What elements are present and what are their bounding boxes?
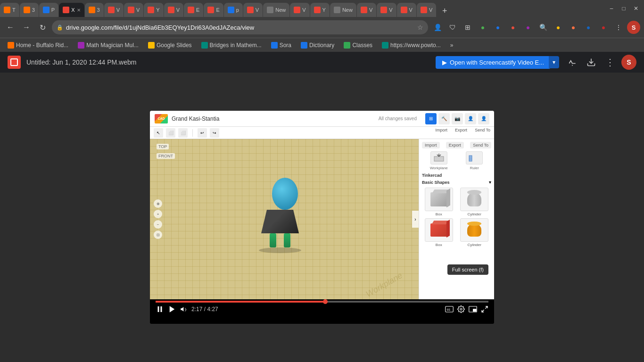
- viewport-right-chevron[interactable]: ›: [412, 211, 419, 228]
- tc-tool-redo[interactable]: ↪: [210, 128, 219, 138]
- tc-tool-select[interactable]: ↖: [154, 128, 163, 138]
- tab-t10[interactable]: E: [184, 3, 203, 17]
- ext9-icon[interactable]: ●: [597, 21, 610, 34]
- extensions-icon[interactable]: ⊞: [461, 21, 474, 34]
- tab-t13[interactable]: V: [243, 3, 263, 17]
- address-bar[interactable]: 🔒 drive.google.com/file/d/1ujNdBia6Eb3EQ…: [52, 20, 428, 34]
- volume-button[interactable]: [180, 305, 188, 313]
- workplane-icon[interactable]: [430, 151, 447, 165]
- tinkercad-grid-icon[interactable]: ⊞: [425, 113, 437, 124]
- settings-button[interactable]: [457, 305, 465, 313]
- ext7-icon[interactable]: ●: [567, 21, 580, 34]
- export-button[interactable]: Export: [451, 127, 471, 133]
- minimize-button[interactable]: –: [605, 2, 618, 15]
- ext4-icon[interactable]: ●: [521, 21, 535, 34]
- shape-cyl-gray-preview[interactable]: [460, 188, 488, 211]
- bookmark-bridges[interactable]: Bridges in Mathem...: [198, 41, 265, 50]
- open-with-button[interactable]: ▶ Open with Screencastify Video E...: [436, 56, 551, 69]
- bookmark-sora[interactable]: Sora: [267, 41, 295, 50]
- tab-close-t4[interactable]: ✕: [77, 8, 81, 13]
- tab-t17[interactable]: New: [330, 3, 356, 17]
- tc-tool-duplicate[interactable]: ⬜: [178, 128, 188, 138]
- tinkercad-camera-icon[interactable]: 📷: [452, 113, 463, 124]
- forward-button[interactable]: →: [20, 21, 33, 34]
- reload-button[interactable]: ↻: [36, 21, 49, 34]
- tab-t5[interactable]: 3: [85, 3, 104, 17]
- tinkercad-viewport[interactable]: TOP FRONT ⊕ + − ⊡: [150, 139, 419, 299]
- cc-button[interactable]: CC: [445, 306, 454, 313]
- play-button[interactable]: [168, 305, 176, 313]
- nav-zoom-in-icon[interactable]: +: [154, 210, 162, 218]
- account-icon[interactable]: 👤: [431, 21, 444, 34]
- tab-t16[interactable]: Y: [310, 3, 330, 17]
- tab-t12[interactable]: p: [224, 3, 243, 17]
- fullscreen-button[interactable]: [481, 305, 488, 313]
- tab-t15[interactable]: V: [290, 3, 309, 17]
- tab-t18[interactable]: V: [357, 3, 376, 17]
- more-tools-button[interactable]: ⋮: [612, 21, 625, 34]
- bookmark-classes[interactable]: Classes: [340, 41, 376, 50]
- shape-cyl-orange-preview[interactable]: [460, 218, 488, 242]
- user-avatar[interactable]: S: [621, 55, 636, 70]
- shape-box-red-preview[interactable]: [425, 218, 453, 242]
- tc-tool-copy[interactable]: ⬜: [166, 128, 175, 138]
- progress-bar-wrapper[interactable]: [156, 299, 488, 305]
- tab-t11[interactable]: E: [204, 3, 223, 17]
- tab-t19[interactable]: V: [377, 3, 396, 17]
- pause-button[interactable]: [156, 305, 164, 313]
- send-to-button[interactable]: Send To: [471, 127, 494, 133]
- panel-send-btn[interactable]: Send To: [470, 142, 491, 148]
- tinkercad-hammer-icon[interactable]: 🔨: [438, 113, 450, 124]
- tab-t4[interactable]: X✕: [59, 3, 84, 17]
- shapes-dropdown-arrow[interactable]: ▾: [489, 180, 491, 185]
- ext3-icon[interactable]: ●: [506, 21, 520, 34]
- profile-button[interactable]: S: [627, 21, 640, 34]
- ext6-icon[interactable]: ●: [552, 21, 565, 34]
- nav-fit-icon[interactable]: ⊡: [154, 230, 162, 239]
- bookmark-dictionary[interactable]: Dictionary: [297, 41, 338, 50]
- tinkercad-person-icon[interactable]: 👤: [465, 113, 476, 124]
- ext1-icon[interactable]: ●: [476, 21, 489, 34]
- nav-compass-icon[interactable]: ⊕: [154, 199, 162, 208]
- new-tab-button[interactable]: +: [438, 5, 452, 17]
- video-player: CAD Grand Kasi-Stantia All changes saved…: [150, 111, 494, 324]
- ext5-icon[interactable]: 🔍: [537, 21, 550, 34]
- ruler-icon[interactable]: [466, 151, 483, 165]
- miniplayer-button[interactable]: [469, 306, 477, 313]
- progress-bar[interactable]: [156, 301, 488, 303]
- import-button[interactable]: Import: [432, 127, 452, 133]
- bookmark-slides[interactable]: Google Slides: [144, 41, 196, 50]
- bookmark-more[interactable]: »: [446, 41, 457, 50]
- tc-tool-undo[interactable]: ↩: [198, 128, 207, 138]
- tab-t9[interactable]: V: [164, 3, 183, 17]
- tab-t20[interactable]: V: [397, 3, 416, 17]
- bookmark-star-icon[interactable]: ☆: [417, 24, 423, 31]
- close-button[interactable]: ✕: [630, 2, 642, 15]
- back-button[interactable]: ←: [4, 21, 17, 34]
- panel-export-btn[interactable]: Export: [446, 142, 464, 148]
- tab-t14[interactable]: New: [263, 3, 289, 17]
- shape-box-gray-preview[interactable]: [425, 188, 453, 211]
- file-header: Untitled: Jun 1, 2020 12:44 PM.webm ▶ Op…: [0, 52, 644, 73]
- tab-t2[interactable]: 3: [20, 3, 39, 17]
- bookmark-math[interactable]: Math Magician Mul...: [74, 41, 142, 50]
- panel-import-btn[interactable]: Import: [422, 142, 440, 148]
- tab-t1[interactable]: T: [0, 3, 19, 17]
- drive-add-icon[interactable]: [565, 55, 580, 70]
- ext8-icon[interactable]: ●: [582, 21, 595, 34]
- download-button[interactable]: [584, 55, 599, 70]
- bookmark-powto[interactable]: https://www.powto...: [378, 41, 445, 50]
- tab-t3[interactable]: P: [39, 3, 58, 17]
- nav-zoom-out-icon[interactable]: −: [154, 220, 162, 229]
- tinkercad-profile-icon[interactable]: 👤: [478, 113, 489, 124]
- restore-button[interactable]: □: [618, 2, 630, 15]
- tab-t7[interactable]: V: [124, 3, 143, 17]
- shield-icon[interactable]: 🛡: [446, 21, 459, 34]
- open-with-dropdown-button[interactable]: ▾: [549, 56, 559, 68]
- tab-t21[interactable]: V: [417, 3, 436, 17]
- tab-t6[interactable]: V: [104, 3, 124, 17]
- ext2-icon[interactable]: ●: [491, 21, 504, 34]
- tab-t8[interactable]: Y: [144, 3, 163, 17]
- bookmark-home[interactable]: Home - Buffalo Rid...: [4, 41, 72, 50]
- more-options-button[interactable]: ⋮: [603, 55, 618, 70]
